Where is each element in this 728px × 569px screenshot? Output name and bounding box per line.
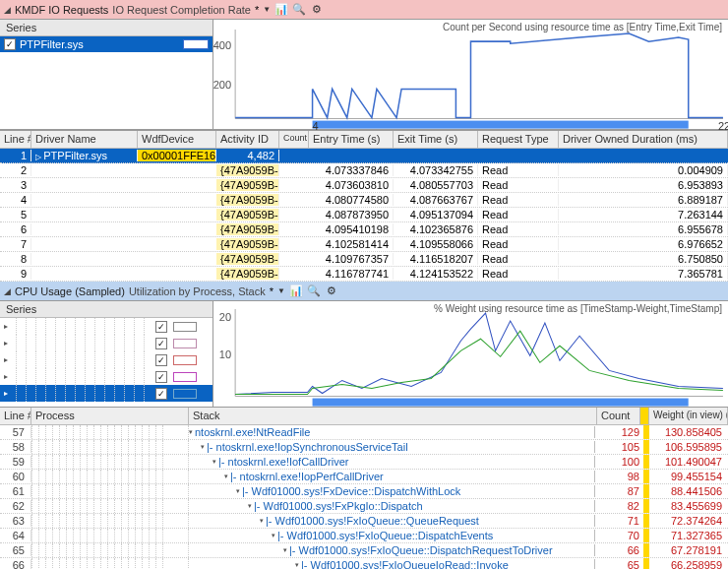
series-row[interactable]: ▸✓	[0, 385, 212, 402]
legend-swatch	[183, 39, 209, 49]
series-label: PTPFilter.sys	[20, 38, 84, 50]
table-row[interactable]: 3 {47A9059B-3B1B-00... 4.073603810 4.080…	[0, 178, 728, 193]
checkbox-icon[interactable]: ✓	[4, 38, 16, 50]
table-row[interactable]: 1 ▷ PTPFilter.sys 0x00001FFE167... 4,482	[0, 149, 728, 163]
grid1: Line # Driver Name WdfDevice Activity ID…	[0, 130, 728, 282]
gear-icon[interactable]: ⚙	[310, 3, 324, 17]
svg-text:20: 20	[219, 311, 231, 323]
panel2-body: Series ▸✓ ▸✓ ▸✓ ▸✓ ▸✓ % Weight using res…	[0, 301, 728, 408]
panel1-body: Series ✓ PTPFilter.sys Count per Second …	[0, 20, 728, 130]
col-duration[interactable]: Driver Owned Duration (ms)	[559, 131, 728, 148]
svg-text:22: 22	[718, 120, 728, 131]
stack-row[interactable]: 57 ▾ntoskrnl.exe!NtReadFile 129 130.8584…	[0, 425, 728, 440]
stack-row[interactable]: 58 ▾|- ntoskrnl.exe!IopSynchronousServic…	[0, 440, 728, 455]
dropdown-icon[interactable]: ▼	[263, 5, 271, 14]
chart1[interactable]: Count per Second using resource time as …	[213, 20, 728, 129]
dropdown-icon[interactable]: ▼	[277, 286, 285, 295]
col-reqtype[interactable]: Request Type	[478, 131, 559, 148]
chart2[interactable]: % Weight using resource time as [TimeSta…	[213, 301, 728, 407]
table-row[interactable]: 5 {47A9059B-3B1B-00... 4.087873950 4.095…	[0, 208, 728, 222]
col-wdf[interactable]: WdfDevice	[138, 131, 216, 148]
panel1-title: KMDF IO Requests	[15, 4, 108, 16]
svg-text:200: 200	[213, 79, 231, 91]
stack-row[interactable]: 61 ▾|- Wdf01000.sys!FxDevice::DispatchWi…	[0, 484, 728, 499]
series-item-ptpfilter[interactable]: ✓ PTPFilter.sys	[0, 36, 212, 52]
stack-row[interactable]: 66 ▾|- Wdf01000.sys!FxIoQueueIoRead::Inv…	[0, 558, 728, 569]
col-line[interactable]: Line #	[0, 408, 31, 424]
col-driver[interactable]: Driver Name	[31, 131, 138, 148]
col-activity[interactable]: Activity ID	[216, 131, 279, 148]
kmdf-panel-header: ◢ KMDF IO Requests IO Request Completion…	[0, 0, 728, 20]
series-row[interactable]: ▸✓	[0, 318, 212, 335]
series-row[interactable]: ▸✓	[0, 335, 212, 351]
series-row[interactable]: ▸✓	[0, 368, 212, 385]
col-count[interactable]: Count	[597, 408, 640, 424]
stack-row[interactable]: 63 ▾|- Wdf01000.sys!FxIoQueue::QueueRequ…	[0, 514, 728, 529]
series-pane: Series ✓ PTPFilter.sys	[0, 20, 213, 129]
chart-type-icon[interactable]: 📊	[289, 284, 303, 298]
panel2-subtitle: Utilization by Process, Stack	[129, 285, 266, 297]
col-stack[interactable]: Stack	[189, 408, 597, 424]
col-count[interactable]: Count	[279, 131, 309, 148]
col-line[interactable]: Line #	[0, 131, 31, 148]
svg-text:400: 400	[213, 39, 231, 51]
series-header: Series	[0, 20, 212, 36]
search-icon[interactable]: 🔍	[292, 3, 306, 17]
stack-row[interactable]: 59 ▾|- ntoskrnl.exe!IofCallDriver 100 10…	[0, 455, 728, 470]
col-weight[interactable]: Weight (in view) (...	[649, 408, 728, 424]
panel1-subtitle: IO Request Completion Rate	[112, 4, 251, 16]
panel2-title: CPU Usage (Sampled)	[15, 285, 125, 297]
collapse-icon[interactable]: ◢	[4, 286, 11, 296]
table-row[interactable]: 6 {47A9059B-3B1B-00... 4.095410198 4.102…	[0, 222, 728, 237]
table-row[interactable]: 2 {47A9059B-3B1B-00... 4.073337846 4.073…	[0, 163, 728, 178]
modified-indicator: *	[270, 285, 273, 297]
stack-row[interactable]: 60 ▾|- ntoskrnl.exe!IopPerfCallDriver 98…	[0, 470, 728, 484]
stack-row[interactable]: 65 ▾|- Wdf01000.sys!FxIoQueue::DispatchR…	[0, 543, 728, 558]
collapse-icon[interactable]: ◢	[4, 5, 11, 15]
series-header: Series	[0, 301, 212, 318]
col-process[interactable]: Process	[31, 408, 189, 424]
grid1-header: Line # Driver Name WdfDevice Activity ID…	[0, 131, 728, 149]
table-row[interactable]: 9 {47A9059B-3B1B-00... 4.116787741 4.124…	[0, 267, 728, 282]
cpu-series-pane: Series ▸✓ ▸✓ ▸✓ ▸✓ ▸✓	[0, 301, 213, 407]
chart-type-icon[interactable]: 📊	[274, 3, 288, 17]
highlight-col	[640, 408, 649, 424]
svg-rect-11	[313, 399, 689, 407]
table-row[interactable]: 7 {47A9059B-3B1B-00... 4.102581414 4.109…	[0, 237, 728, 252]
cpu-panel-header: ◢ CPU Usage (Sampled) Utilization by Pro…	[0, 282, 728, 301]
stack-row[interactable]: 62 ▾|- Wdf01000.sys!FxPkgIo::Dispatch 82…	[0, 499, 728, 514]
table-row[interactable]: 4 {47A9059B-3B1B-00... 4.080774580 4.087…	[0, 193, 728, 208]
series-row[interactable]: ▸✓	[0, 351, 212, 368]
svg-rect-4	[313, 121, 689, 129]
col-exit[interactable]: Exit Time (s)	[394, 131, 478, 148]
stack-row[interactable]: 64 ▾|- Wdf01000.sys!FxIoQueue::DispatchE…	[0, 529, 728, 543]
search-icon[interactable]: 🔍	[307, 284, 321, 298]
modified-indicator: *	[255, 4, 259, 16]
table-row[interactable]: 8 {47A9059B-3B1B-00... 4.109767357 4.116…	[0, 252, 728, 267]
col-entry[interactable]: Entry Time (s)	[309, 131, 394, 148]
svg-text:4: 4	[313, 120, 319, 131]
svg-text:10: 10	[219, 348, 231, 360]
grid2-header: Line # Process Stack Count Weight (in vi…	[0, 408, 728, 425]
gear-icon[interactable]: ⚙	[325, 284, 338, 298]
